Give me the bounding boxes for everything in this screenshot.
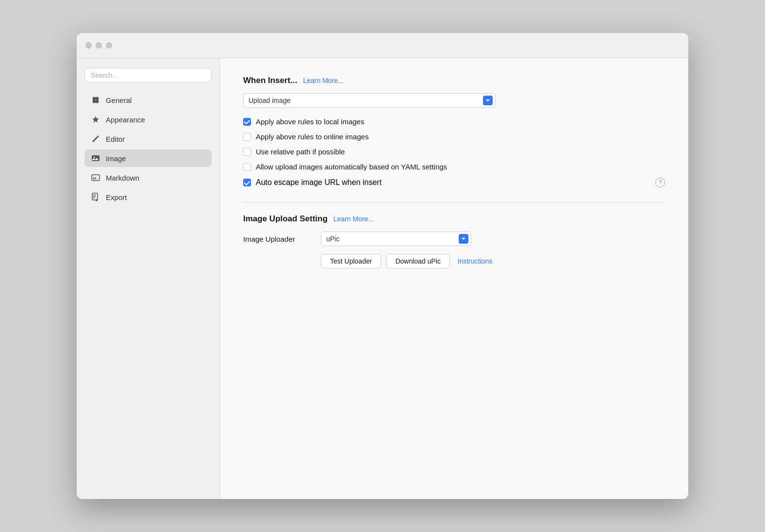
checkbox-escape-label: Auto escape image URL when insert xyxy=(256,178,382,187)
checkbox-yaml[interactable] xyxy=(243,163,251,171)
editor-icon xyxy=(90,133,101,144)
help-icon[interactable]: ? xyxy=(655,178,665,187)
uploader-label: Image Uploader xyxy=(243,235,311,243)
main-content: When Insert... Learn More... Upload imag… xyxy=(220,58,688,499)
when-insert-select[interactable]: Upload image Copy image to folder Use re… xyxy=(243,93,496,108)
window-content: General Appearance Ed xyxy=(77,58,688,499)
when-insert-dropdown-row: Upload image Copy image to folder Use re… xyxy=(243,93,665,108)
close-button[interactable] xyxy=(85,42,92,49)
preferences-window: General Appearance Ed xyxy=(77,33,688,499)
sidebar-item-label-markdown: Markdown xyxy=(106,174,139,182)
image-icon xyxy=(90,153,101,164)
checkbox-group: Apply above rules to local images Apply … xyxy=(243,117,665,187)
titlebar xyxy=(77,33,688,58)
when-insert-dropdown-wrapper: Upload image Copy image to folder Use re… xyxy=(243,93,496,108)
appearance-icon xyxy=(90,114,101,125)
section-divider xyxy=(243,202,665,202)
minimize-button[interactable] xyxy=(96,42,102,49)
button-row: Test Uploader Download uPic Instructions xyxy=(321,254,665,268)
checkbox-escape-group: Auto escape image URL when insert xyxy=(243,178,382,187)
search-input[interactable] xyxy=(84,68,212,83)
uploader-dropdown-wrapper: uPic iPic PicGo Custom xyxy=(321,232,471,246)
sidebar-item-appearance[interactable]: Appearance xyxy=(84,111,212,128)
svg-point-2 xyxy=(93,100,96,103)
checkbox-row-escape: Auto escape image URL when insert ? xyxy=(243,178,665,187)
checkbox-relative-label: Use relative path if possible xyxy=(256,148,345,156)
checkbox-relative[interactable] xyxy=(243,148,251,156)
sidebar-item-image[interactable]: Image xyxy=(84,150,212,167)
svg-point-3 xyxy=(96,100,99,103)
markdown-icon: M↓ xyxy=(90,172,101,183)
checkbox-online-label: Apply above rules to online images xyxy=(256,133,369,141)
sidebar-item-export[interactable]: Export xyxy=(84,188,212,206)
svg-rect-9 xyxy=(93,195,96,196)
download-upic-button[interactable]: Download uPic xyxy=(386,254,449,268)
sidebar-item-markdown[interactable]: M↓ Markdown xyxy=(84,169,212,186)
general-icon xyxy=(90,95,101,105)
sidebar-item-label-general: General xyxy=(106,96,132,104)
checkbox-row-online: Apply above rules to online images xyxy=(243,133,665,141)
checkbox-local-label: Apply above rules to local images xyxy=(256,117,364,126)
svg-text:M↓: M↓ xyxy=(93,176,98,181)
image-upload-learn-more[interactable]: Learn More... xyxy=(333,215,374,223)
checkbox-online[interactable] xyxy=(243,133,251,141)
sidebar-item-general[interactable]: General xyxy=(84,91,212,109)
image-upload-section: Image Upload Setting Learn More... Image… xyxy=(243,214,665,268)
checkbox-escape[interactable] xyxy=(243,179,251,186)
sidebar-item-label-editor: Editor xyxy=(106,135,125,143)
when-insert-learn-more[interactable]: Learn More... xyxy=(303,77,343,84)
instructions-link[interactable]: Instructions xyxy=(455,254,496,268)
image-upload-header: Image Upload Setting Learn More... xyxy=(243,214,665,224)
checkbox-row-relative: Use relative path if possible xyxy=(243,148,665,156)
when-insert-title: When Insert... xyxy=(243,76,297,85)
sidebar-item-label-image: Image xyxy=(106,154,126,163)
export-icon xyxy=(90,192,101,202)
sidebar-item-label-export: Export xyxy=(106,193,127,201)
sidebar-item-editor[interactable]: Editor xyxy=(84,130,212,148)
svg-point-0 xyxy=(93,97,96,100)
when-insert-header: When Insert... Learn More... xyxy=(243,76,665,85)
checkbox-yaml-label: Allow upload images automatically based … xyxy=(256,163,447,171)
sidebar-item-label-appearance: Appearance xyxy=(106,116,145,124)
checkbox-row-local: Apply above rules to local images xyxy=(243,117,665,126)
sidebar: General Appearance Ed xyxy=(77,58,220,499)
checkbox-row-yaml: Allow upload images automatically based … xyxy=(243,163,665,171)
uploader-row: Image Uploader uPic iPic PicGo Custom xyxy=(243,232,665,246)
maximize-button[interactable] xyxy=(106,42,112,49)
uploader-select[interactable]: uPic iPic PicGo Custom xyxy=(321,232,471,246)
traffic-lights xyxy=(85,42,112,49)
svg-rect-11 xyxy=(93,198,95,199)
test-uploader-button[interactable]: Test Uploader xyxy=(321,254,381,268)
svg-rect-10 xyxy=(93,196,96,197)
svg-point-5 xyxy=(94,157,95,158)
svg-point-1 xyxy=(96,97,99,100)
checkbox-local[interactable] xyxy=(243,118,251,126)
svg-rect-4 xyxy=(92,155,100,161)
image-upload-title: Image Upload Setting xyxy=(243,214,328,224)
